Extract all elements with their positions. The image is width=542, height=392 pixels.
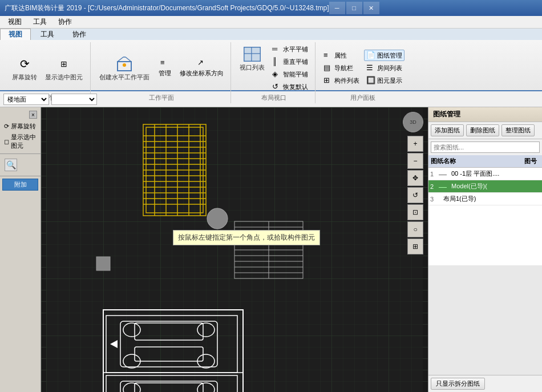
room-list-icon: ☰ bbox=[366, 63, 375, 72]
floor-type-select[interactable]: 楼地面 墙面 顶面 踢脚 bbox=[3, 94, 49, 105]
horizontal-tile-icon: ═ bbox=[272, 45, 281, 54]
properties-icon: ≡ bbox=[323, 51, 333, 60]
titlebar: 广联达BIM装饰计量 2019 - [C:/Users/Administrato… bbox=[0, 0, 542, 16]
create-workplane-label: 创建水平工作平面 bbox=[99, 73, 149, 82]
left-show-select-icon: ◻ bbox=[4, 138, 9, 146]
menubar: 视图 工具 协作 bbox=[0, 16, 542, 29]
operations-buttons: ⟳ 屏幕旋转 ⊞ 显示选中图元 bbox=[9, 43, 86, 92]
zoom-in-button[interactable]: + bbox=[407, 136, 423, 152]
magnifier-button[interactable]: 🔍 bbox=[5, 159, 17, 171]
screen-rotate-label: 屏幕旋转 bbox=[12, 73, 37, 82]
userpanel-buttons: ≡ 属性 ▤ 导航栏 ⊞ 构件列表 📄 图纸管理 bbox=[321, 43, 405, 92]
svg-rect-8 bbox=[244, 54, 252, 61]
floor-level-select[interactable]: 全部 1层 bbox=[51, 94, 97, 105]
svg-line-2 bbox=[126, 57, 131, 62]
drawing-row-2[interactable]: 2 — Model(已导)( bbox=[428, 180, 542, 193]
viewport-list-button[interactable]: 视口列表 bbox=[237, 43, 268, 74]
userpanel-col1: ≡ 属性 ▤ 导航栏 ⊞ 构件列表 bbox=[321, 50, 362, 86]
rotate-icon: ⟳ bbox=[15, 55, 34, 73]
smart-tile-button[interactable]: ◈ 智能平铺 bbox=[270, 68, 310, 80]
smart-tile-icon: ◈ bbox=[272, 70, 281, 79]
pan-button[interactable]: ✥ bbox=[407, 170, 423, 186]
row-name-2: Model(已导)( bbox=[449, 181, 519, 191]
show-selected-button[interactable]: ⊞ 显示选中图元 bbox=[42, 53, 86, 83]
ribbon-group-workplane: 创建水平工作平面 ≡ 管理 ↗ 修改坐标系方向 工作平面 bbox=[92, 42, 231, 103]
minimize-button[interactable]: ─ bbox=[329, 2, 345, 14]
delete-drawing-button[interactable]: 删除图纸 bbox=[466, 124, 499, 136]
room-list-button[interactable]: ☰ 房间列表 bbox=[364, 62, 405, 74]
tab-collab[interactable]: 协作 bbox=[64, 29, 95, 40]
right-panel-title: 图纸管理 bbox=[433, 110, 460, 118]
search-box bbox=[431, 142, 540, 153]
navigator-button[interactable]: ▤ 导航栏 bbox=[321, 62, 362, 74]
tab-view[interactable]: 视图 bbox=[0, 29, 31, 40]
orbit-button[interactable]: ○ bbox=[407, 221, 423, 237]
grid-button[interactable]: ⊞ bbox=[407, 239, 423, 254]
ribbon: 视图 工具 协作 ⟳ 屏幕旋转 ⊞ 显示选中图元 操作 bbox=[0, 29, 542, 91]
menu-item-view[interactable]: 视图 bbox=[2, 17, 27, 28]
drawing-row-3[interactable]: 3 布局1(已导) bbox=[428, 193, 542, 205]
ribbon-group-layout: 视口列表 ═ 水平平铺 ║ 垂直平铺 ◈ 智能平铺 bbox=[232, 42, 316, 103]
userpanel-group-label: 用户面板 bbox=[350, 94, 375, 102]
svg-rect-9 bbox=[252, 54, 260, 61]
right-panel-toolbar: 添加图纸 删除图纸 整理图纸 bbox=[428, 122, 542, 139]
fit-view-button[interactable]: ⊡ bbox=[407, 204, 423, 220]
manage-label: 管理 bbox=[159, 69, 171, 78]
canvas-area[interactable]: X Y 按鼠标左键指定第一个角点，或拾取构件图元 3D + − ✥ ↺ ⊡ ○ … bbox=[41, 107, 428, 392]
restore-default-button[interactable]: ↺ 恢复默认 bbox=[270, 81, 310, 92]
left-panel-close-button[interactable]: × bbox=[29, 111, 37, 119]
svg-point-4 bbox=[123, 63, 126, 67]
vertical-tile-button[interactable]: ║ 垂直平铺 bbox=[270, 56, 310, 67]
search-input[interactable] bbox=[431, 142, 540, 153]
nav-cube[interactable]: 3D bbox=[403, 112, 423, 132]
manage-button[interactable]: ≡ 管理 bbox=[155, 57, 175, 79]
drawing-mgmt-button[interactable]: 📄 图纸管理 bbox=[364, 50, 405, 61]
ribbon-tabs: 视图 工具 协作 bbox=[0, 29, 542, 40]
zoom-out-button[interactable]: − bbox=[407, 153, 423, 169]
tab-tools[interactable]: 工具 bbox=[32, 29, 63, 40]
element-display-button[interactable]: 🔲 图元显示 bbox=[364, 75, 405, 86]
right-panel: 图纸管理 添加图纸 删除图纸 整理图纸 图纸名称 图号 1 — 00 -1层 平… bbox=[428, 107, 542, 392]
window-controls: ─ □ ✕ bbox=[329, 2, 379, 14]
close-button[interactable]: ✕ bbox=[363, 2, 379, 14]
restore-default-icon: ↺ bbox=[272, 82, 281, 91]
layout-buttons: 视口列表 ═ 水平平铺 ║ 垂直平铺 ◈ 智能平铺 bbox=[237, 43, 310, 92]
add-drawing-button[interactable]: 添加图纸 bbox=[431, 124, 464, 136]
smart-tile-label: 智能平铺 bbox=[283, 70, 308, 79]
show-split-drawings-button[interactable]: 只显示拆分图纸 bbox=[431, 378, 485, 390]
viewport-list-icon bbox=[243, 45, 261, 63]
viewport-list-label: 视口列表 bbox=[240, 63, 265, 72]
drawing-row-1[interactable]: 1 — 00 -1层 平面图.... bbox=[428, 168, 542, 180]
create-workplane-button[interactable]: 创建水平工作平面 bbox=[96, 53, 152, 83]
left-rotate-label: 屏幕旋转 bbox=[11, 122, 36, 131]
add-button[interactable]: 附加 bbox=[2, 179, 38, 191]
svg-point-33 bbox=[207, 208, 228, 229]
navigator-label: 导航栏 bbox=[334, 64, 353, 72]
rotate-view-button[interactable]: ↺ bbox=[407, 187, 423, 203]
layout-group-label: 布局视口 bbox=[261, 94, 286, 102]
row-dash-1: — bbox=[439, 169, 447, 179]
component-list-button[interactable]: ⊞ 构件列表 bbox=[321, 75, 362, 86]
row-idx-3: 3 bbox=[428, 195, 439, 203]
menu-item-collab[interactable]: 协作 bbox=[52, 17, 78, 28]
horizontal-tile-button[interactable]: ═ 水平平铺 bbox=[270, 43, 310, 55]
element-display-icon: 🔲 bbox=[366, 76, 375, 85]
row-idx-1: 1 bbox=[428, 170, 439, 178]
properties-button[interactable]: ≡ 属性 bbox=[321, 50, 362, 61]
screen-rotate-button[interactable]: ⟳ 屏幕旋转 bbox=[9, 53, 40, 83]
show-selected-icon: ⊞ bbox=[55, 55, 73, 73]
maximize-button[interactable]: □ bbox=[346, 2, 362, 14]
left-show-select-btn[interactable]: ◻ 显示选中图元 bbox=[2, 132, 38, 151]
userpanel-col2: 📄 图纸管理 ☰ 房间列表 🔲 图元显示 bbox=[364, 50, 405, 86]
svg-rect-7 bbox=[252, 47, 260, 54]
left-rotate-btn[interactable]: ⟳ 屏幕旋转 bbox=[2, 121, 38, 132]
modify-coords-button[interactable]: ↗ 修改坐标系方向 bbox=[177, 57, 226, 79]
workplane-group-label: 工作平面 bbox=[149, 94, 174, 102]
organize-drawing-button[interactable]: 整理图纸 bbox=[501, 124, 535, 136]
header-num: 图号 bbox=[519, 156, 542, 166]
svg-line-1 bbox=[118, 57, 123, 62]
menu-item-tools[interactable]: 工具 bbox=[27, 17, 52, 28]
svg-rect-67 bbox=[96, 257, 110, 270]
vertical-tile-icon: ║ bbox=[272, 57, 281, 66]
canvas-toolbar: + − ✥ ↺ ⊡ ○ ⊞ bbox=[407, 136, 423, 254]
